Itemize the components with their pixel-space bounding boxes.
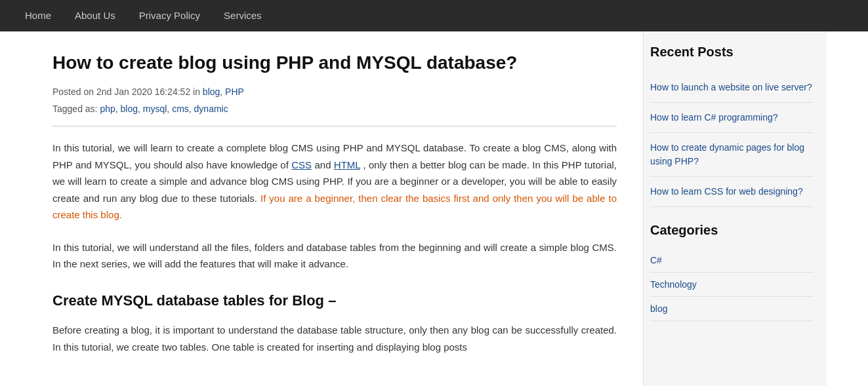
link-css[interactable]: CSS [291,159,312,170]
tag-dynamic[interactable]: dynamic [194,104,228,114]
nav-privacy[interactable]: Privacy Policy [127,0,212,31]
tag-cms[interactable]: cms [172,104,189,114]
sidebar-post-link-1[interactable]: How to launch a website on live server? [650,82,812,92]
tag-blog[interactable]: blog [121,104,138,114]
category-blog: blog [650,297,814,321]
main-content: How to create blog using PHP and MYSQL d… [0,31,643,386]
category-link-technology[interactable]: Technology [650,279,697,290]
highlight-text: If you are a beginner, then clear the ba… [52,193,617,221]
tag-php[interactable]: php [100,104,115,114]
page-layout: How to create blog using PHP and MYSQL d… [0,31,868,386]
category-csharp: C# [650,248,814,273]
sidebar-post-link-3[interactable]: How to create dynamic pages for blog usi… [650,142,804,166]
post-body: In this tutorial, we will learn to creat… [52,140,617,355]
sidebar: Recent Posts How to launch a website on … [643,31,827,386]
sidebar-post-link-4[interactable]: How to learn CSS for web designing? [650,186,803,197]
category-technology: Technology [650,273,814,297]
tags-prefix: Tagged as: [52,104,98,114]
post-title: How to create blog using PHP and MYSQL d… [52,51,617,75]
link-html[interactable]: HTML [334,159,360,170]
section-paragraph: Before creating a blog, it is important … [52,322,617,355]
nav-services[interactable]: Services [212,0,274,31]
category-link-blog[interactable]: blog [650,303,667,314]
sidebar-post-link-2[interactable]: How to learn C# programming? [650,112,778,123]
paragraph-1: In this tutorial, we will learn to creat… [52,140,617,223]
post-date-prefix: Posted on 2nd Jan 2020 16:24:52 in [52,87,200,97]
nav-home[interactable]: Home [13,0,63,31]
categories-title: Categories [650,223,814,238]
post-tags: Tagged as: php, blog, mysql, cms, dynami… [52,104,617,114]
sidebar-post-4: How to learn CSS for web designing? [650,177,814,207]
sidebar-post-1: How to launch a website on live server? [650,73,814,103]
post-meta-link-blog[interactable]: blog [203,87,220,97]
section-title: Create MYSQL database tables for Blog – [52,288,617,313]
post-meta-link-php[interactable]: PHP [225,87,244,97]
divider [52,126,617,126]
sidebar-post-3: How to create dynamic pages for blog usi… [650,133,814,177]
main-nav: Home About Us Privacy Policy Services [0,0,868,31]
tag-mysql[interactable]: mysql [143,104,167,114]
post-meta: Posted on 2nd Jan 2020 16:24:52 in blog,… [52,87,617,97]
paragraph-2: In this tutorial, we will understand all… [52,239,617,273]
category-link-csharp[interactable]: C# [650,255,662,265]
nav-about[interactable]: About Us [63,0,127,31]
sidebar-post-2: How to learn C# programming? [650,103,814,133]
recent-posts-title: Recent Posts [650,45,814,62]
